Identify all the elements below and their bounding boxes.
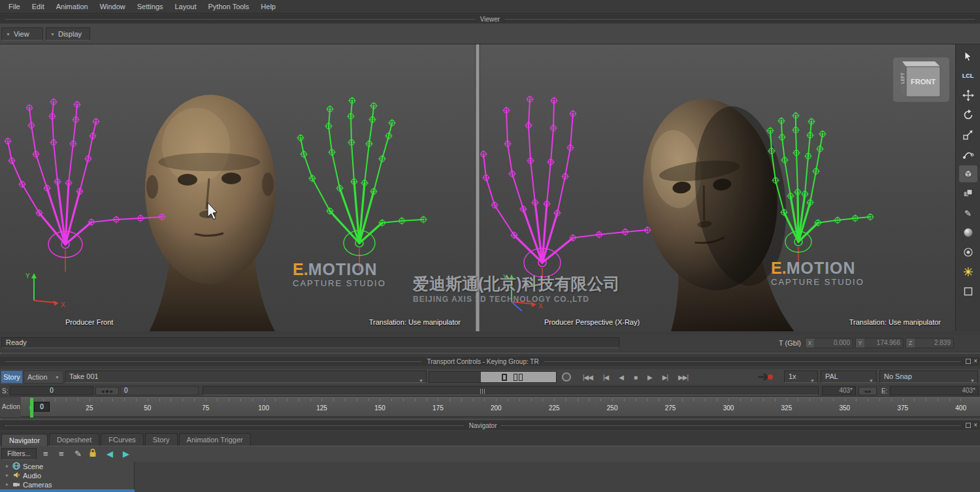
duplicate-tool-icon[interactable] bbox=[959, 185, 977, 202]
filters-button[interactable]: Filters... bbox=[1, 448, 37, 460]
viewer-viewport-area: YX E.MOTION CAPTURE STUDIO Producer Fron… bbox=[0, 44, 955, 331]
lcl-mode-icon[interactable]: LCL bbox=[959, 67, 977, 84]
translate-tool-icon[interactable] bbox=[959, 87, 977, 104]
close-icon[interactable]: × bbox=[973, 359, 977, 364]
frame-ruler[interactable]: 0255075100125150175200225250275300325350… bbox=[21, 397, 980, 417]
menu-file[interactable]: File bbox=[3, 1, 26, 12]
sphere-tool-icon[interactable] bbox=[959, 224, 977, 241]
expander-icon[interactable]: + bbox=[4, 482, 10, 488]
view-cube-left-label: LEFT bbox=[900, 72, 905, 84]
record-button[interactable] bbox=[562, 372, 571, 382]
restore-icon[interactable] bbox=[966, 423, 971, 428]
view-cube-top-face[interactable] bbox=[902, 61, 940, 67]
end-value-field[interactable]: 403* bbox=[890, 386, 979, 395]
hand-skeleton-green[interactable] bbox=[297, 97, 427, 271]
timeline-range-row: S: 0 ◀◆▶ 0 403* ◀▶ E: 403* bbox=[0, 385, 980, 397]
ik-blend-tool-icon[interactable] bbox=[959, 146, 977, 163]
ruler-mark: 175 bbox=[433, 404, 444, 412]
jog-value-field[interactable]: 0 bbox=[120, 386, 199, 395]
scale-tool-icon[interactable] bbox=[959, 126, 977, 143]
viewport-producer-front[interactable]: YX E.MOTION CAPTURE STUDIO Producer Fron… bbox=[0, 44, 475, 331]
speed-value: 1x bbox=[789, 372, 796, 380]
lock-icon[interactable] bbox=[89, 448, 97, 459]
list-view-icon[interactable]: ≡ bbox=[43, 449, 48, 459]
start-frame-field[interactable]: 0 bbox=[10, 386, 93, 395]
ruler-mark: 250 bbox=[607, 404, 618, 412]
expander-icon[interactable]: + bbox=[4, 463, 10, 470]
hand-skeleton-magenta[interactable] bbox=[4, 98, 166, 272]
tree-item-cameras[interactable]: +Cameras bbox=[0, 480, 134, 489]
forward-arrow-icon[interactable]: ▶ bbox=[123, 449, 129, 459]
select-tool-icon[interactable] bbox=[959, 48, 977, 65]
menu-python-tools[interactable]: Python Tools bbox=[203, 1, 255, 12]
close-icon[interactable]: × bbox=[973, 423, 977, 428]
viewer-panel-title: Viewer bbox=[0, 14, 980, 24]
end-frame-field[interactable]: 403* bbox=[822, 386, 856, 395]
watermark-prefix: E. bbox=[771, 259, 787, 277]
tab-animation-trigger[interactable]: Animation Trigger bbox=[179, 433, 251, 446]
svg-text:X: X bbox=[61, 301, 65, 308]
cube-tool-icon[interactable] bbox=[959, 165, 977, 182]
timeline-zoom-strip[interactable] bbox=[429, 371, 557, 383]
format-dropdown[interactable]: PAL ▼ bbox=[821, 370, 877, 383]
snap-dropdown[interactable]: No Snap ▼ bbox=[879, 370, 978, 383]
rotate-tool-icon[interactable] bbox=[959, 107, 977, 123]
single-view-icon[interactable] bbox=[502, 374, 507, 381]
playhead[interactable] bbox=[30, 398, 33, 418]
back-arrow-icon[interactable]: ◀ bbox=[106, 449, 113, 459]
transform-field-x[interactable]: X0.000 bbox=[805, 338, 853, 348]
action-tab-label: Action bbox=[27, 373, 48, 381]
menu-edit[interactable]: Edit bbox=[26, 1, 50, 12]
region-tool-icon[interactable] bbox=[959, 283, 977, 300]
take-dropdown[interactable]: Take 001 ▼ bbox=[65, 370, 427, 383]
action-tab[interactable]: Action ▼ bbox=[24, 370, 63, 384]
light-tool-icon[interactable] bbox=[959, 263, 977, 280]
end-spinner[interactable]: ◀▶ bbox=[858, 387, 877, 395]
jog-shuttle[interactable]: ◀◆▶ bbox=[95, 387, 119, 395]
transform-field-y[interactable]: Y174.966 bbox=[855, 338, 904, 348]
spiral-tool-icon[interactable] bbox=[959, 244, 977, 261]
goto-end-button[interactable]: ▶▶| bbox=[678, 374, 688, 381]
menu-settings[interactable]: Settings bbox=[131, 1, 169, 12]
edit-filter-icon[interactable]: ✎ bbox=[74, 449, 82, 459]
tab-navigator[interactable]: Navigator bbox=[1, 434, 48, 446]
prev-frame-button[interactable]: ◀ bbox=[619, 374, 623, 381]
pen-tool-icon[interactable]: ✎ bbox=[959, 205, 977, 221]
speed-dropdown[interactable]: 1x ▼ bbox=[784, 370, 818, 383]
story-tab[interactable]: Story bbox=[1, 370, 23, 384]
scroll-handle[interactable] bbox=[480, 389, 485, 394]
navigator-tabs: NavigatorDopesheetFCurvesStoryAnimation … bbox=[0, 431, 980, 446]
prev-key-button[interactable]: |◀ bbox=[603, 374, 608, 381]
display-menu-button[interactable]: ▼ Display bbox=[46, 27, 90, 41]
menu-layout[interactable]: Layout bbox=[169, 1, 203, 12]
tree-item-scene[interactable]: +Scene bbox=[0, 462, 134, 471]
tab-dopesheet[interactable]: Dopesheet bbox=[49, 433, 99, 446]
keying-indicator-icon[interactable] bbox=[757, 372, 774, 385]
tree-item-audio[interactable]: +Audio bbox=[0, 471, 134, 480]
hand-skeleton-magenta[interactable] bbox=[480, 95, 651, 290]
menu-help[interactable]: Help bbox=[255, 1, 282, 12]
goto-start-button[interactable]: |◀◀ bbox=[583, 374, 593, 381]
tree-scrollbar[interactable] bbox=[0, 489, 135, 492]
tab-story[interactable]: Story bbox=[145, 433, 178, 446]
next-frame-button[interactable]: ▶| bbox=[662, 374, 668, 381]
timeline-scrollbar[interactable] bbox=[203, 386, 819, 395]
menu-window[interactable]: Window bbox=[94, 1, 131, 12]
view-menu-button[interactable]: ▼ View bbox=[1, 27, 43, 41]
restore-icon[interactable] bbox=[966, 359, 971, 364]
menubar: FileEditAnimationWindowSettingsLayoutPyt… bbox=[0, 0, 980, 14]
detail-view-icon[interactable]: ≡ bbox=[59, 449, 64, 459]
scene-left[interactable]: YX bbox=[0, 44, 475, 331]
menu-animation[interactable]: Animation bbox=[50, 1, 94, 12]
play-button[interactable]: ▶ bbox=[647, 374, 652, 381]
transform-mode-label: T (Gbl) bbox=[779, 339, 801, 347]
zoom-region[interactable] bbox=[481, 372, 556, 382]
current-frame-box[interactable]: 0 bbox=[34, 402, 50, 412]
stop-button[interactable]: ■ bbox=[634, 374, 637, 381]
transform-field-z[interactable]: Z2.839 bbox=[906, 338, 954, 348]
view-cube[interactable]: FRONT LEFT bbox=[892, 56, 951, 103]
tab-fcurves[interactable]: FCurves bbox=[101, 433, 144, 446]
dual-view-icon[interactable] bbox=[514, 374, 523, 381]
expander-icon[interactable]: + bbox=[4, 472, 10, 479]
ruler-mark: 150 bbox=[374, 404, 385, 412]
